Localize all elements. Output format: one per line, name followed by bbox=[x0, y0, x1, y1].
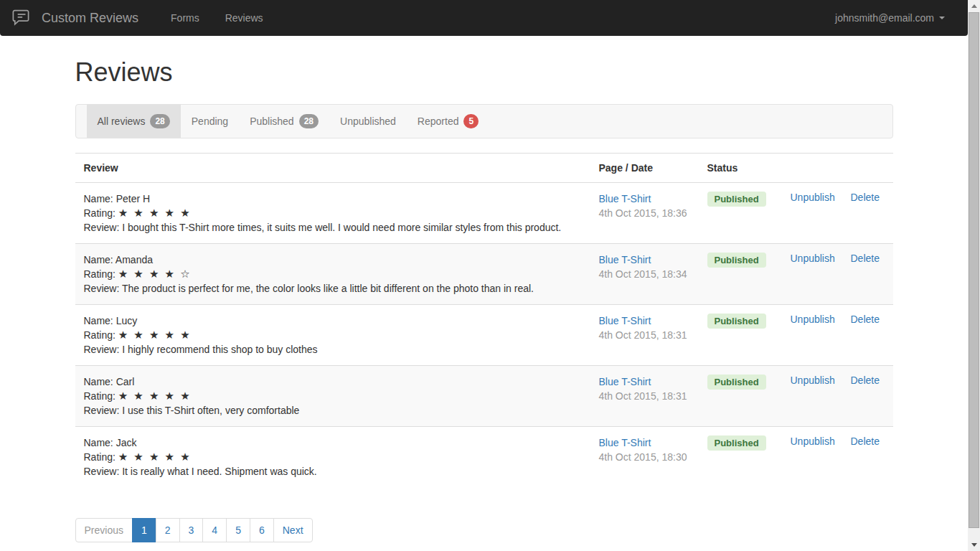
delete-link[interactable]: Delete bbox=[851, 192, 880, 203]
pagination: Previous 1 2 3 4 5 6 Next bbox=[75, 518, 313, 542]
header-page-date: Page / Date bbox=[590, 154, 699, 183]
delete-link[interactable]: Delete bbox=[851, 375, 880, 386]
table-row: Name: Carl Rating: ★ ★ ★ ★ ★ Review: I u… bbox=[75, 366, 893, 427]
table-row: Name: Jack Rating: ★ ★ ★ ★ ★ Review: It … bbox=[75, 427, 893, 488]
nav-link-reviews[interactable]: Reviews bbox=[212, 0, 276, 36]
page-link[interactable]: Blue T-Shirt bbox=[599, 193, 651, 204]
main-container: Reviews All reviews 28 Pending Published… bbox=[75, 58, 893, 551]
navbar-links: Forms Reviews bbox=[158, 0, 276, 36]
review-date: 4th Oct 2015, 18:31 bbox=[599, 389, 690, 403]
page-date-cell: Blue T-Shirt 4th Oct 2015, 18:36 bbox=[590, 183, 699, 244]
delete-link[interactable]: Delete bbox=[851, 314, 880, 325]
user-email: johnsmith@email.com bbox=[835, 12, 934, 24]
pagination-page-4[interactable]: 4 bbox=[202, 518, 227, 542]
unpublish-link[interactable]: Unpublish bbox=[791, 435, 835, 447]
unpublish-cell: Unpublish bbox=[782, 183, 842, 244]
tab-unpublished[interactable]: Unpublished bbox=[329, 105, 407, 138]
pagination-page-6[interactable]: 6 bbox=[250, 518, 274, 542]
header-actions-1 bbox=[782, 154, 842, 183]
delete-link[interactable]: Delete bbox=[851, 253, 880, 264]
status-cell: Published bbox=[699, 427, 782, 488]
pagination-next[interactable]: Next bbox=[273, 518, 313, 542]
review-text: Review: I use this T-Shirt often, very c… bbox=[84, 403, 582, 418]
tab-pending[interactable]: Pending bbox=[181, 105, 239, 138]
star-rating-icon: ★ ★ ★ ★ ★ bbox=[118, 390, 192, 402]
pagination-previous[interactable]: Previous bbox=[75, 518, 133, 542]
review-rating: Rating: ★ ★ ★ ★ ★ bbox=[84, 328, 582, 342]
review-name: Name: Carl bbox=[84, 375, 582, 389]
delete-cell: Delete bbox=[842, 366, 893, 427]
pagination-page-5[interactable]: 5 bbox=[226, 518, 250, 542]
review-cell: Name: Amanda Rating: ★ ★ ★ ★ ☆ Review: T… bbox=[75, 244, 590, 305]
review-date: 4th Oct 2015, 18:31 bbox=[599, 328, 690, 342]
tab-reported[interactable]: Reported 5 bbox=[407, 105, 489, 138]
review-rating: Rating: ★ ★ ★ ★ ★ bbox=[84, 206, 582, 220]
page-area: Custom Reviews Forms Reviews johnsmith@e… bbox=[0, 0, 968, 551]
count-badge: 5 bbox=[463, 114, 479, 128]
header-review: Review bbox=[75, 154, 590, 183]
review-cell: Name: Lucy Rating: ★ ★ ★ ★ ★ Review: I h… bbox=[75, 305, 590, 366]
status-badge: Published bbox=[707, 375, 766, 390]
tab-published[interactable]: Published 28 bbox=[239, 105, 329, 138]
tab-label: Published bbox=[250, 114, 294, 128]
review-filter-tabs: All reviews 28 Pending Published 28 Unpu… bbox=[75, 104, 893, 138]
delete-cell: Delete bbox=[842, 244, 893, 305]
top-navbar: Custom Reviews Forms Reviews johnsmith@e… bbox=[0, 0, 968, 36]
review-date: 4th Oct 2015, 18:30 bbox=[599, 450, 690, 464]
unpublish-link[interactable]: Unpublish bbox=[791, 253, 835, 264]
star-rating-icon: ★ ★ ★ ★ ☆ bbox=[118, 268, 192, 280]
review-name: Name: Jack bbox=[84, 435, 582, 450]
review-text: Review: I highly recommend this shop to … bbox=[84, 342, 582, 357]
status-cell: Published bbox=[699, 183, 782, 244]
page-link[interactable]: Blue T-Shirt bbox=[599, 254, 651, 265]
status-badge: Published bbox=[707, 253, 766, 268]
status-badge: Published bbox=[707, 435, 766, 451]
unpublish-cell: Unpublish bbox=[782, 366, 842, 427]
review-cell: Name: Jack Rating: ★ ★ ★ ★ ★ Review: It … bbox=[75, 427, 590, 488]
scrollbar-thumb[interactable] bbox=[969, 12, 979, 528]
tab-all-reviews[interactable]: All reviews 28 bbox=[87, 105, 181, 138]
status-badge: Published bbox=[707, 314, 766, 329]
page-date-cell: Blue T-Shirt 4th Oct 2015, 18:31 bbox=[590, 366, 699, 427]
unpublish-link[interactable]: Unpublish bbox=[791, 314, 835, 325]
scroll-up-icon[interactable] bbox=[968, 0, 980, 12]
reviews-table: Review Page / Date Status Name: Peter H … bbox=[75, 153, 893, 487]
review-name: Name: Amanda bbox=[84, 253, 582, 267]
pagination-page-3[interactable]: 3 bbox=[179, 518, 204, 542]
tab-label: All reviews bbox=[98, 114, 146, 128]
status-cell: Published bbox=[699, 244, 782, 305]
review-cell: Name: Peter H Rating: ★ ★ ★ ★ ★ Review: … bbox=[75, 183, 590, 244]
header-status: Status bbox=[699, 154, 782, 183]
scroll-down-icon[interactable] bbox=[968, 539, 980, 551]
pagination-page-2[interactable]: 2 bbox=[156, 518, 180, 542]
status-cell: Published bbox=[699, 366, 782, 427]
page-link[interactable]: Blue T-Shirt bbox=[599, 376, 651, 387]
page-title: Reviews bbox=[75, 58, 893, 87]
unpublish-link[interactable]: Unpublish bbox=[791, 375, 835, 386]
app-viewport: Custom Reviews Forms Reviews johnsmith@e… bbox=[0, 0, 980, 551]
pagination-page-1[interactable]: 1 bbox=[132, 518, 156, 542]
vertical-scrollbar[interactable] bbox=[968, 0, 980, 551]
page-link[interactable]: Blue T-Shirt bbox=[599, 437, 651, 448]
unpublish-cell: Unpublish bbox=[782, 305, 842, 366]
table-header-row: Review Page / Date Status bbox=[75, 154, 893, 183]
status-badge: Published bbox=[707, 192, 766, 207]
user-menu[interactable]: johnsmith@email.com bbox=[835, 12, 968, 24]
tab-label: Pending bbox=[192, 114, 228, 128]
unpublish-cell: Unpublish bbox=[782, 427, 842, 488]
delete-cell: Delete bbox=[842, 427, 893, 488]
page-date-cell: Blue T-Shirt 4th Oct 2015, 18:30 bbox=[590, 427, 699, 488]
unpublish-link[interactable]: Unpublish bbox=[791, 192, 835, 203]
review-text: Review: It is really what I need. Shipme… bbox=[84, 464, 582, 479]
review-text: Review: I bought this T-Shirt more times… bbox=[84, 220, 582, 235]
page-date-cell: Blue T-Shirt 4th Oct 2015, 18:34 bbox=[590, 244, 699, 305]
brand[interactable]: Custom Reviews bbox=[0, 9, 149, 27]
nav-link-forms[interactable]: Forms bbox=[158, 0, 212, 36]
page-link[interactable]: Blue T-Shirt bbox=[599, 315, 651, 326]
review-rating: Rating: ★ ★ ★ ★ ★ bbox=[84, 389, 582, 403]
tab-label: Unpublished bbox=[340, 114, 396, 128]
review-cell: Name: Carl Rating: ★ ★ ★ ★ ★ Review: I u… bbox=[75, 366, 590, 427]
page-date-cell: Blue T-Shirt 4th Oct 2015, 18:31 bbox=[590, 305, 699, 366]
delete-link[interactable]: Delete bbox=[851, 435, 880, 447]
review-rating: Rating: ★ ★ ★ ★ ☆ bbox=[84, 267, 582, 281]
